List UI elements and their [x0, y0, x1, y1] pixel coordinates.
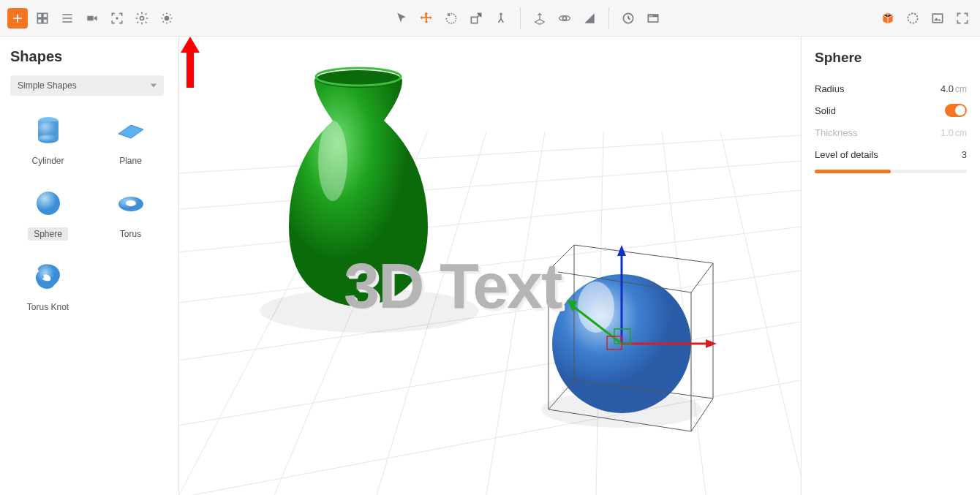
properties-title: Sphere — [815, 50, 967, 66]
svg-point-43 — [318, 121, 347, 201]
add-button[interactable] — [7, 8, 28, 29]
svg-line-31 — [179, 322, 801, 431]
list-icon — [60, 11, 75, 26]
3d-text-object[interactable]: 3D Text — [344, 249, 561, 323]
svg-point-20 — [38, 135, 59, 143]
focus-icon — [110, 11, 124, 26]
shape-sphere[interactable]: Sphere — [10, 185, 86, 241]
list-button[interactable] — [57, 8, 78, 29]
shape-torus-knot[interactable]: Torus Knot — [10, 258, 86, 314]
svg-point-9 — [563, 16, 567, 20]
thickness-value: 1.0cm — [941, 127, 967, 138]
settings-button[interactable] — [132, 8, 152, 29]
svg-line-27 — [179, 161, 801, 212]
render-icon — [646, 11, 660, 26]
snap-button[interactable] — [529, 8, 550, 29]
radius-value: 4.0cm — [941, 83, 967, 94]
solid-toggle[interactable] — [945, 104, 967, 117]
svg-line-39 — [720, 132, 801, 475]
shapes-panel: Shapes Simple Shapes Cylinder Plane Sphe… — [0, 37, 179, 495]
lod-slider[interactable] — [815, 170, 967, 173]
rotate-icon — [444, 11, 459, 26]
cube-icon — [881, 11, 895, 26]
svg-point-25 — [126, 200, 136, 206]
plus-icon — [10, 11, 25, 26]
view-wire-button[interactable] — [902, 8, 923, 29]
image-icon — [930, 11, 945, 26]
3d-viewport[interactable]: 3D Text — [179, 37, 801, 495]
pivot-icon — [494, 11, 508, 26]
layout-icon — [35, 11, 50, 26]
sphere-icon — [30, 185, 67, 222]
fullscreen-button[interactable] — [952, 8, 973, 29]
svg-rect-17 — [932, 14, 942, 23]
svg-marker-54 — [706, 339, 717, 348]
svg-point-14 — [649, 15, 651, 16]
lod-row: Level of details 3 — [815, 143, 967, 165]
torus-knot-icon — [30, 258, 67, 295]
svg-point-4 — [116, 17, 118, 19]
shape-plane[interactable]: Plane — [93, 112, 168, 167]
screenshot-button[interactable] — [927, 8, 948, 29]
render-button[interactable] — [643, 8, 663, 29]
scale-icon — [469, 11, 483, 26]
svg-rect-0 — [37, 13, 42, 18]
svg-rect-1 — [43, 13, 48, 18]
svg-point-8 — [500, 12, 502, 15]
scale-tool[interactable] — [466, 8, 486, 29]
svg-line-26 — [179, 135, 801, 175]
move-tool[interactable] — [416, 8, 437, 29]
svg-rect-7 — [471, 17, 477, 23]
shape-cylinder[interactable]: Cylinder — [10, 112, 86, 167]
shape-torus[interactable]: Torus — [93, 185, 168, 241]
lod-value: 3 — [962, 149, 967, 160]
shape-label: Cylinder — [26, 154, 69, 167]
svg-point-23 — [37, 192, 60, 215]
svg-line-51 — [691, 263, 713, 292]
view-3d-button[interactable] — [878, 8, 898, 29]
svg-marker-61 — [181, 37, 200, 88]
light-icon — [159, 11, 174, 26]
shape-label: Sphere — [28, 227, 68, 241]
solid-row: Solid — [815, 99, 967, 121]
select-tool[interactable] — [391, 8, 412, 29]
camera-icon — [85, 11, 99, 26]
fullscreen-icon — [955, 11, 970, 26]
properties-panel: Sphere Radius 4.0cm Solid Thickness 1.0c… — [801, 37, 980, 495]
orbit-button[interactable] — [554, 8, 575, 29]
history-icon — [621, 11, 636, 26]
history-button[interactable] — [618, 8, 638, 29]
lighting-button[interactable] — [157, 8, 177, 29]
shape-label: Torus Knot — [21, 301, 75, 314]
camera-button[interactable] — [82, 8, 102, 29]
shapes-title: Shapes — [10, 48, 168, 65]
gear-icon — [135, 11, 149, 26]
cursor-icon — [394, 11, 409, 26]
focus-button[interactable] — [107, 8, 127, 29]
shape-category-select[interactable]: Simple Shapes — [10, 75, 164, 96]
thickness-label: Thickness — [815, 127, 858, 138]
radius-label: Radius — [815, 83, 844, 94]
cylinder-icon — [30, 112, 67, 148]
layout-button[interactable] — [32, 8, 53, 29]
plane-icon — [113, 112, 149, 148]
shape-label: Plane — [113, 154, 148, 167]
move-icon — [419, 11, 434, 26]
pivot-tool[interactable] — [491, 8, 511, 29]
snap-icon — [532, 11, 547, 26]
svg-point-15 — [652, 15, 653, 16]
rotate-tool[interactable] — [441, 8, 461, 29]
main-toolbar — [0, 0, 980, 37]
svg-line-28 — [179, 190, 801, 256]
solid-label: Solid — [815, 105, 836, 116]
lod-label: Level of details — [815, 149, 878, 160]
svg-rect-3 — [43, 18, 48, 23]
torus-icon — [113, 185, 149, 222]
shape-label: Torus — [114, 227, 147, 241]
thickness-row: Thickness 1.0cm — [815, 121, 967, 143]
svg-point-6 — [165, 15, 170, 20]
radius-row[interactable]: Radius 4.0cm — [815, 78, 967, 99]
orbit-icon — [557, 11, 572, 26]
material-button[interactable] — [579, 8, 600, 29]
svg-point-5 — [140, 16, 144, 20]
